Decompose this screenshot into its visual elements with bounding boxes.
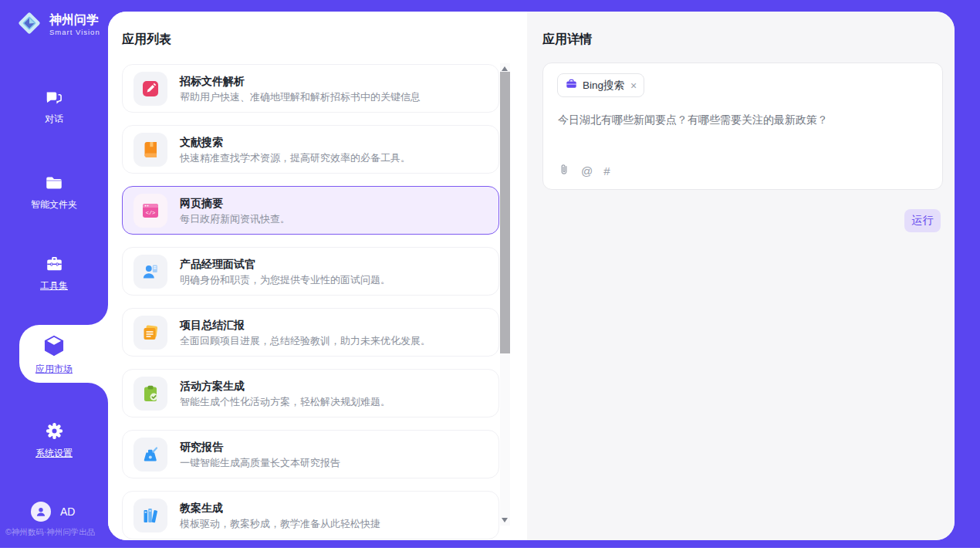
paperclip-icon[interactable]: [558, 163, 570, 179]
folder-icon: [44, 173, 64, 196]
app-description: 全面回顾项目进展，总结经验教训，助力未来优化发展。: [180, 336, 431, 346]
app-description: 智能生成个性化活动方案，轻松解决规划难题。: [180, 397, 390, 407]
interviewer-icon: [133, 255, 167, 289]
app-name: 网页摘要: [180, 198, 290, 208]
avatar: [31, 502, 51, 522]
app-card-project-summary-report[interactable]: 项目总结汇报 全面回顾项目进展，总结经验教训，助力未来优化发展。: [122, 308, 499, 357]
diamond-logo-icon: [15, 9, 43, 40]
scroll-down-icon[interactable]: [502, 518, 508, 522]
bubble-curve-bottom: [88, 383, 108, 403]
app-name: 项目总结汇报: [180, 319, 431, 330]
briefcase-icon: [566, 78, 577, 93]
run-button[interactable]: 运行: [904, 209, 941, 232]
hash-icon[interactable]: #: [603, 165, 610, 177]
app-name: 文献搜索: [180, 137, 411, 147]
sidebar-item-smart-folder[interactable]: 智能文件夹: [0, 173, 108, 209]
scroll-up-icon[interactable]: [502, 66, 508, 71]
app-card-pm-interviewer[interactable]: 产品经理面试官 明确身份和职责，为您提供专业性的面试问题。: [122, 247, 499, 296]
prompt-card: Bing搜索 × 今日湖北有哪些新闻要点？有哪些需要关注的最新政策？ @ #: [542, 63, 943, 190]
clipboard-check-icon: [133, 377, 167, 411]
sidebar-item-app-market[interactable]: 应用市场: [0, 334, 108, 374]
app-card-list: 招标文件解析 帮助用户快速、准确地理解和解析招标书中的关键信息 文献搜索: [122, 64, 499, 540]
app-description: 帮助用户快速、准确地理解和解析招标书中的关键信息: [180, 92, 421, 102]
app-card-literature-search[interactable]: 文献搜索 快速精准查找学术资源，提高研究效率的必备工具。: [122, 125, 499, 174]
scrollbar-thumb[interactable]: [500, 72, 510, 353]
ink-report-icon: [133, 438, 167, 472]
app-name: 教案生成: [180, 502, 380, 513]
book-icon: [133, 133, 167, 167]
app-description: 快速精准查找学术资源，提高研究效率的必备工具。: [180, 153, 411, 163]
sidebar-item-toolset[interactable]: 工具集: [0, 254, 108, 290]
app-description: 每日政府新闻资讯快查。: [180, 214, 290, 224]
brand-name: 神州问学: [49, 13, 100, 27]
sidebar-item-label: 应用市场: [0, 364, 108, 374]
composer-toolbar: @ #: [558, 163, 610, 179]
app-card-event-plan-generator[interactable]: 活动方案生成 智能生成个性化活动方案，轻松解决规划难题。: [122, 369, 499, 417]
chat-icon: [44, 87, 64, 110]
sticky-notes-icon: [133, 316, 167, 350]
sidebar-item-chat[interactable]: 对话: [0, 87, 108, 123]
sidebar-item-label: 系统设置: [0, 448, 108, 458]
sidebar-item-label: 智能文件夹: [0, 200, 108, 209]
app-list-scrollbar[interactable]: [500, 63, 510, 526]
user-profile[interactable]: AD: [31, 502, 75, 522]
user-badge: AD: [60, 505, 75, 518]
app-description: 明确身份和职责，为您提供专业性的面试问题。: [180, 275, 390, 285]
tool-chip-label: Bing搜索: [583, 79, 624, 93]
sidebar-item-settings[interactable]: 系统设置: [0, 421, 108, 458]
app-window: 神州问学 Smart Vision 对话 智能文件夹: [0, 0, 980, 551]
app-card-lesson-plan-generator[interactable]: 教案生成 模板驱动，教案秒成，教学准备从此轻松快捷: [122, 491, 499, 539]
app-list-title: 应用列表: [122, 32, 171, 48]
gear-icon: [44, 421, 65, 445]
bubble-curve-top: [88, 305, 108, 325]
at-mention-icon[interactable]: @: [581, 165, 593, 177]
app-card-web-summary[interactable]: </> 网页摘要 每日政府新闻资讯快查。: [122, 186, 499, 235]
app-card-research-report[interactable]: 研究报告 一键智能生成高质量长文本研究报告: [122, 430, 499, 478]
app-name: 活动方案生成: [180, 380, 390, 391]
sidebar: 神州问学 Smart Vision 对话 智能文件夹: [0, 0, 108, 548]
browser-code-icon: </>: [133, 194, 167, 228]
tool-chip-bing-search[interactable]: Bing搜索 ×: [557, 73, 644, 97]
app-name: 产品经理面试官: [180, 259, 390, 269]
close-icon[interactable]: ×: [630, 80, 637, 91]
main-content: 应用列表 招标文件解析 帮助用户快速、准确地理解和解析招标书中的关键信息: [108, 12, 955, 540]
app-description: 模板驱动，教案秒成，教学准备从此轻松快捷: [180, 519, 380, 529]
copyright-text: ©神州数码·神州问学出品: [5, 527, 108, 538]
app-list-panel: 应用列表 招标文件解析 帮助用户快速、准确地理解和解析招标书中的关键信息: [108, 12, 527, 540]
app-name: 研究报告: [180, 441, 340, 452]
brand-logo: 神州问学 Smart Vision: [15, 9, 100, 40]
books-icon: [133, 499, 167, 532]
sidebar-item-label: 对话: [0, 114, 108, 123]
app-description: 一键智能生成高质量长文本研究报告: [180, 458, 340, 468]
document-edit-icon: [133, 72, 167, 106]
brand-tagline: Smart Vision: [49, 28, 100, 36]
toolbox-icon: [44, 254, 65, 277]
app-name: 招标文件解析: [180, 76, 421, 86]
app-detail-panel: 应用详情 Bing搜索 × 今日湖北有哪些新闻要点？有哪些需要关注的最新政策？: [527, 12, 955, 540]
cube-icon: [42, 334, 66, 360]
sidebar-item-label: 工具集: [0, 281, 108, 290]
prompt-text[interactable]: 今日湖北有哪些新闻要点？有哪些需要关注的最新政策？: [558, 112, 927, 127]
app-card-bid-document-parsing[interactable]: 招标文件解析 帮助用户快速、准确地理解和解析招标书中的关键信息: [122, 64, 499, 113]
svg-text:</>: </>: [146, 210, 156, 216]
app-detail-title: 应用详情: [542, 32, 592, 48]
